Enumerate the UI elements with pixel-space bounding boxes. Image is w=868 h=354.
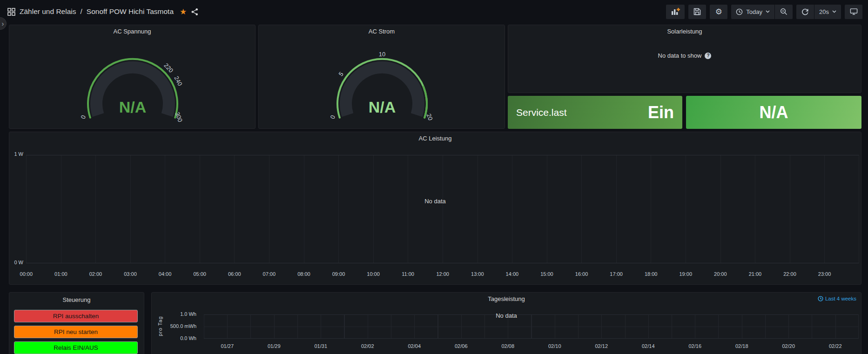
panel-ac-leistung: AC Leistung 1 W 0 W No data 00:00 01:00 … [9,132,861,285]
y-axis-tick: 0 W [9,260,23,265]
x-axis-tick: 15:00 [530,271,565,277]
refresh-interval-label: 20s [819,8,829,15]
panel-title[interactable]: Tagesleistung [152,295,861,302]
refresh-interval-picker[interactable]: 20s [814,5,841,19]
panel-solarleistung: Solarleistung No data to show ? [508,25,861,93]
panel-title[interactable]: Solarleistung [508,28,861,35]
zoom-out-icon [780,8,787,15]
x-axis-tick: 02/18 [719,343,766,349]
x-axis: 01/27 01/29 01/31 02/02 02/04 02/06 02/0… [204,343,859,349]
monitor-icon [850,8,858,15]
panel-tagesleistung: Tagesleistung Last 4 weeks pro Tag 1.0 W… [151,292,861,354]
add-panel-button[interactable] [666,5,685,19]
panel-title[interactable]: Steuerung [9,296,144,303]
x-axis-tick: 06:00 [217,271,252,277]
relay-toggle-button[interactable]: Relais EIN/AUS [14,341,138,354]
x-axis-tick: 21:00 [738,271,773,277]
gridline [204,327,858,327]
refresh-icon [801,8,809,15]
breadcrumb-dashboard-title[interactable]: Sonoff POW Hichi Tasmota [87,7,174,16]
toolbar: ⚙ Today [666,5,862,19]
time-range-override-link[interactable]: Last 4 weeks [818,296,856,301]
favorite-star-icon[interactable]: ★ [180,7,187,17]
y-axis-tick: 0.0 Wh [164,335,196,341]
save-dashboard-button[interactable] [688,5,706,19]
x-axis-tick: 12:00 [425,271,460,277]
no-data-text: No data to show [658,52,702,59]
refresh-controls: 20s [796,5,841,19]
help-icon[interactable]: ? [705,53,711,59]
clock-icon [736,8,743,15]
x-axis-tick: 01/29 [251,343,298,349]
x-axis-tick: 02/10 [532,343,579,349]
breadcrumb-separator: / [80,7,82,16]
x-axis-tick: 01:00 [44,271,79,277]
x-axis-tick: 02/16 [672,343,719,349]
panel-title[interactable]: AC Leistung [9,135,861,142]
dashboard-settings-button[interactable]: ⚙ [710,5,727,19]
stat-value: N/A [760,103,788,122]
x-axis-tick: 09:00 [321,271,356,277]
rpi-restart-button[interactable]: RPI neu starten [14,326,138,338]
stat-panel-service-last[interactable]: Service.last Ein [508,96,682,129]
gear-icon: ⚙ [715,8,722,16]
x-axis-tick: 19:00 [668,271,703,277]
y-axis-tick: 1 W [9,151,23,157]
time-series-plot-area[interactable] [26,155,859,263]
chevron-right-icon: › [2,20,4,27]
x-axis-tick: 01/31 [297,343,344,349]
gauge-tick-label: 20 [425,113,434,121]
panel-ac-spannung: AC Spannung 0 220 240 300 N/A [9,25,256,129]
x-axis-tick: 02/08 [484,343,532,349]
stat-label: Service.last [516,107,567,118]
panel-title[interactable]: AC Spannung [9,28,255,35]
x-axis-tick: 08:00 [287,271,322,277]
x-axis-tick: 01/27 [204,343,251,349]
chevron-down-icon [766,10,770,13]
time-override-label: Last 4 weeks [825,296,856,301]
gauge-tick-label: 0 [79,114,87,120]
panel-steuerung: Steuerung RPI ausschalten RPI neu starte… [9,292,144,354]
navbar: Zähler und Relais / Sonoff POW Hichi Tas… [0,0,868,23]
x-axis-tick: 07:00 [252,271,287,277]
gauge-tick-label: 240 [173,75,183,87]
x-axis-tick: 14:00 [495,271,530,277]
refresh-button[interactable] [796,5,814,19]
y-axis-tick: 500.0 mWh [164,323,196,329]
gauge-value: N/A [119,98,147,116]
x-axis-tick: 22:00 [773,271,807,277]
clock-icon [818,296,823,301]
gauge-tick-label: 10 [379,51,385,58]
x-axis-tick: 02/14 [625,343,672,349]
x-axis-tick: 02/04 [391,343,438,349]
no-data-message: No data to show ? [508,52,861,59]
cycle-view-mode-button[interactable] [845,5,862,19]
x-axis-tick: 17:00 [599,271,634,277]
zoom-out-button[interactable] [775,5,793,19]
rpi-shutdown-button[interactable]: RPI ausschalten [14,310,138,322]
x-axis-tick: 10:00 [356,271,391,277]
share-icon[interactable] [191,8,199,16]
time-range-label: Today [746,8,762,15]
x-axis-tick: 02/22 [812,343,859,349]
time-range-picker[interactable]: Today [731,5,774,19]
chevron-down-icon [832,10,836,13]
stat-panel-na[interactable]: N/A [686,96,861,129]
gauge-tick-label: 0 [329,114,336,120]
add-panel-icon [671,7,680,16]
dashboard-grid-icon[interactable] [7,8,15,16]
x-axis-tick: 02/12 [578,343,625,349]
panel-title[interactable]: AC Strom [259,28,505,35]
x-axis-tick: 04:00 [148,271,182,277]
x-axis-tick: 02/06 [438,343,485,349]
x-axis-tick: 00:00 [9,271,44,277]
no-data-text: No data [152,312,861,319]
x-axis-tick: 20:00 [703,271,738,277]
x-axis-tick: 03:00 [113,271,148,277]
x-axis-tick: 11:00 [390,271,425,277]
stat-value: Ein [648,103,674,122]
breadcrumb-folder[interactable]: Zähler und Relais [20,7,76,16]
x-axis-tick: 16:00 [564,271,599,277]
time-controls: Today [731,5,793,19]
x-axis: 00:00 01:00 02:00 03:00 04:00 05:00 06:0… [9,271,842,277]
